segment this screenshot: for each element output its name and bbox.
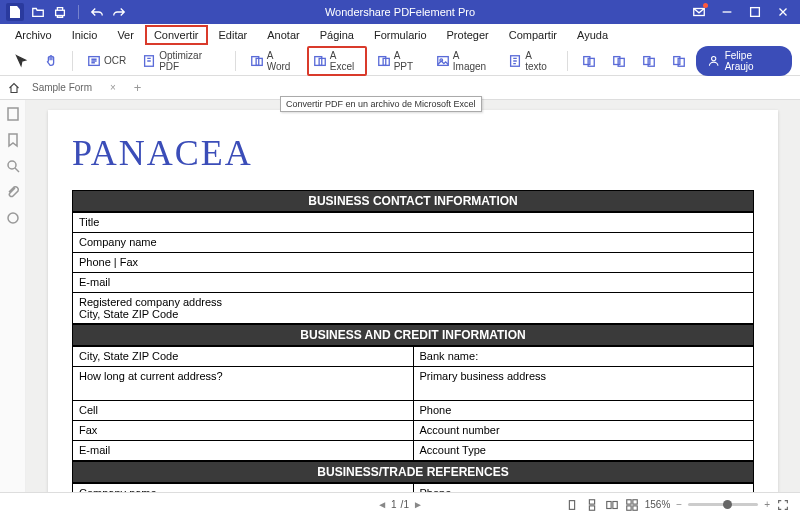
menu-anotar[interactable]: Anotar [258,25,308,45]
to-image-label: A Imagen [453,50,492,72]
tooltip: Convertir PDF en un archivo de Microsoft… [280,96,482,112]
tab-close-icon[interactable]: × [110,82,116,93]
to-text-label: A texto [525,50,553,72]
menu-inicio[interactable]: Inicio [63,25,107,45]
view-single-icon[interactable] [565,498,579,512]
section-header-3: BUSINESS/TRADE REFERENCES [72,461,754,483]
cell: Account Type [413,441,754,461]
svg-rect-2 [751,8,760,17]
cell: Title [73,213,754,233]
svg-rect-28 [589,505,594,509]
batch-2-button[interactable] [606,50,632,72]
workspace: PANACEA BUSINESS CONTACT INFORMATION Tit… [0,100,800,492]
to-word-label: A Word [267,50,297,72]
zoom-value: 156% [645,499,671,510]
zoom-slider[interactable] [688,503,758,506]
batch-1-button[interactable] [576,50,602,72]
cell: Registered company addressCity, State ZI… [73,293,754,324]
app-title: Wondershare PDFelement Pro [325,6,475,18]
user-button[interactable]: Felipe Araujo [696,46,792,76]
svg-point-22 [712,56,716,60]
hand-tool[interactable] [38,50,64,72]
cell: Fax [73,421,414,441]
prev-page-icon[interactable]: ◄ [377,499,387,510]
tab-add-button[interactable]: + [126,80,150,95]
page-total: /1 [401,499,409,510]
cell: Account number [413,421,754,441]
to-excel-button[interactable]: A Excel [307,46,367,76]
view-facing-cont-icon[interactable] [625,498,639,512]
to-word-button[interactable]: A Word [244,46,303,76]
menu-archivo[interactable]: Archivo [6,25,61,45]
cell: Company name [73,484,414,493]
user-name: Felipe Araujo [725,50,780,72]
cell: Cell [73,401,414,421]
close-icon[interactable] [770,1,796,23]
cell: E-mail [73,273,754,293]
table-row: CellPhone [73,401,754,421]
attachments-icon[interactable] [5,184,21,200]
to-ppt-label: A PPT [394,50,420,72]
svg-rect-32 [633,499,637,503]
svg-rect-23 [8,108,18,120]
comments-icon[interactable] [5,210,21,226]
open-icon[interactable] [30,4,46,20]
section-header-2: BUSINESS AND CREDIT INFORMATION [72,324,754,346]
cell: Phone [413,484,754,493]
table-row: Phone | Fax [73,253,754,273]
ocr-label: OCR [104,55,126,66]
table-row: Company namePhone [73,484,754,493]
view-facing-icon[interactable] [605,498,619,512]
cell: Phone [413,401,754,421]
minimize-icon[interactable] [714,1,740,23]
table-2: City, State ZIP CodeBank name: How long … [72,346,754,461]
bookmarks-icon[interactable] [5,132,21,148]
titlebar-left [0,3,127,21]
menu-ver[interactable]: Ver [108,25,143,45]
undo-icon[interactable] [89,4,105,20]
batch-3-button[interactable] [636,50,662,72]
side-tools [0,100,26,492]
search-icon[interactable] [5,158,21,174]
menu-formulario[interactable]: Formulario [365,25,436,45]
tab-label: Sample Form [32,82,92,93]
menu-editar[interactable]: Editar [210,25,257,45]
optimize-button[interactable]: Optimizar PDF [136,46,227,76]
svg-rect-33 [626,505,630,509]
menu-proteger[interactable]: Proteger [438,25,498,45]
status-bar: ◄ 1 /1 ► 156% − + [0,492,800,516]
to-text-button[interactable]: A texto [502,46,559,76]
print-icon[interactable] [52,4,68,20]
table-row: City, State ZIP CodeBank name: [73,347,754,367]
cell: E-mail [73,441,414,461]
thumbnails-icon[interactable] [5,106,21,122]
menu-convertir[interactable]: Convertir [145,25,208,45]
tab-sample-form[interactable]: Sample Form × [22,78,126,97]
fullscreen-icon[interactable] [776,498,790,512]
status-right: 156% − + [565,498,790,512]
app-logo [6,3,24,21]
home-icon[interactable] [6,80,22,96]
canvas[interactable]: PANACEA BUSINESS CONTACT INFORMATION Tit… [26,100,800,492]
zoom-out-icon[interactable]: − [676,499,682,510]
menu-compartir[interactable]: Compartir [500,25,566,45]
zoom-in-icon[interactable]: + [764,499,770,510]
ocr-button[interactable]: OCR [81,50,132,72]
menu-ayuda[interactable]: Ayuda [568,25,617,45]
toolbar: OCR Optimizar PDF A Word A Excel A PPT A… [0,46,800,76]
mail-icon[interactable] [686,1,712,23]
table-row: How long at current address?Primary busi… [73,367,754,401]
pointer-tool[interactable] [8,50,34,72]
table-row: Registered company addressCity, State ZI… [73,293,754,324]
view-continuous-icon[interactable] [585,498,599,512]
menu-pagina[interactable]: Página [311,25,363,45]
to-ppt-button[interactable]: A PPT [371,46,426,76]
redo-icon[interactable] [111,4,127,20]
to-image-button[interactable]: A Imagen [430,46,498,76]
title-bar: Wondershare PDFelement Pro [0,0,800,24]
maximize-icon[interactable] [742,1,768,23]
svg-point-25 [8,213,18,223]
batch-4-button[interactable] [666,50,692,72]
svg-rect-30 [613,501,617,508]
next-page-icon[interactable]: ► [413,499,423,510]
